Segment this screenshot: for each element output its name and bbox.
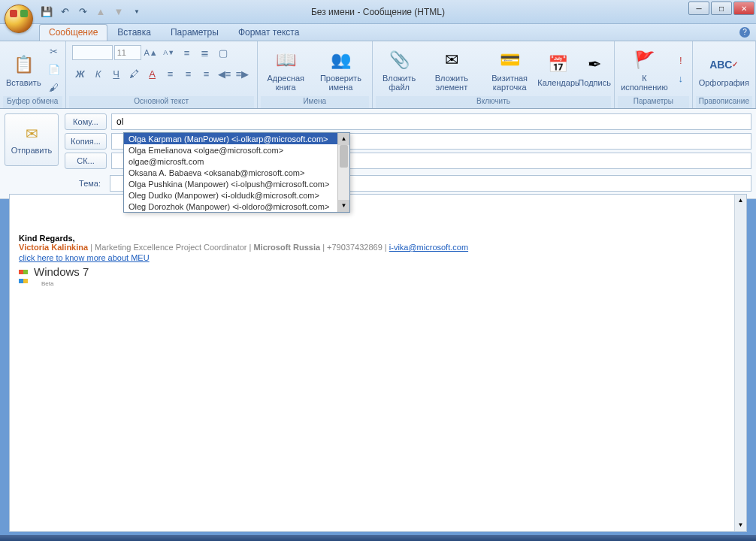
tab-insert[interactable]: Вставка [107, 24, 161, 41]
shrink-font-icon[interactable]: A▼ [161, 44, 177, 61]
compose-header: ✉ Отправить Кому... Копия... СК... Тема: [0, 109, 756, 199]
paste-button[interactable]: 📋 Вставить [3, 51, 44, 89]
to-input[interactable] [111, 113, 751, 130]
clear-format-icon[interactable]: ▢ [215, 44, 231, 61]
business-card-button[interactable]: 💳 Визитная карточка [480, 47, 538, 93]
maximize-button[interactable]: □ [711, 2, 732, 15]
scroll-thumb[interactable] [340, 145, 348, 168]
group-label: Буфер обмена [3, 96, 62, 108]
autocomplete-item[interactable]: olgae@microsft.com [124, 156, 337, 167]
title-bar: 💾 ↶ ↷ ▲ ▼ ▼ Без имени - Сообщение (HTML)… [0, 0, 756, 24]
calendar-icon: 📅 [546, 53, 570, 77]
bullets-icon[interactable]: ≡ [179, 44, 195, 61]
group-label: Включить [376, 96, 611, 108]
quick-access-toolbar: 💾 ↶ ↷ ▲ ▼ ▼ [39, 5, 144, 20]
send-button[interactable]: ✉ Отправить [5, 113, 59, 166]
scroll-up-icon[interactable]: ▲ [338, 133, 349, 145]
taskbar [0, 535, 756, 541]
grow-font-icon[interactable]: A▲ [143, 44, 159, 61]
spelling-button[interactable]: ABC✓ Орфография [696, 51, 752, 89]
subject-label: Тема: [5, 179, 105, 188]
group-label: Имена [261, 96, 369, 108]
tab-message[interactable]: Сообщение [39, 24, 107, 41]
cc-button[interactable]: Копия... [65, 133, 107, 150]
italic-icon[interactable]: К [90, 65, 107, 82]
business-card-icon: 💳 [497, 48, 522, 72]
scroll-down-icon[interactable]: ▼ [338, 200, 349, 212]
sig-name: Victoria Kalinkina [19, 243, 88, 252]
autocomplete-scrollbar[interactable]: ▲ ▼ [337, 133, 349, 212]
importance-low-icon[interactable]: ↓ [673, 71, 689, 87]
bold-icon[interactable]: Ж [72, 65, 89, 82]
autocomplete-item[interactable]: Olga Karpman (ManPower) <i-olkarp@micros… [124, 133, 337, 144]
send-label: Отправить [11, 146, 53, 155]
attach-item-label: Вложить элемент [427, 74, 476, 92]
attach-file-button[interactable]: 📎 Вложить файл [376, 47, 422, 93]
help-icon[interactable]: ? [739, 27, 750, 38]
importance-high-icon[interactable]: ! [673, 53, 689, 69]
win7-text: Windows 7 [34, 265, 89, 278]
autocomplete-item[interactable]: Olga Emelianova <olgae@microsoft.com> [124, 144, 337, 156]
indent-increase-icon[interactable]: ≡▶ [234, 65, 251, 82]
underline-icon[interactable]: Ч [108, 65, 125, 82]
format-painter-icon[interactable]: 🖌 [46, 80, 62, 96]
minimize-button[interactable]: ─ [688, 2, 709, 15]
tab-format[interactable]: Формат текста [228, 24, 309, 41]
autocomplete-item[interactable]: Oleg Dudko (Manpower) <i-oldudk@microsof… [124, 189, 337, 201]
qat-dropdown-icon[interactable]: ▼ [129, 5, 144, 20]
address-book-label: Адресная книга [264, 74, 308, 92]
save-icon[interactable]: 💾 [39, 5, 54, 20]
align-right-icon[interactable]: ≡ [198, 65, 215, 82]
font-size-input[interactable] [114, 45, 141, 60]
highlight-icon[interactable]: 🖍 [126, 65, 143, 82]
redo-icon[interactable]: ↷ [75, 5, 90, 20]
office-button[interactable] [5, 5, 33, 33]
window-controls: ─ □ ✕ [687, 2, 754, 15]
prev-icon[interactable]: ▲ [93, 5, 108, 20]
calendar-button[interactable]: 📅 Календарь [540, 51, 576, 89]
group-names: 📖 Адресная книга 👥 Проверить имена Имена [258, 41, 373, 108]
group-proofing: ABC✓ Орфография Правописание [693, 41, 756, 108]
font-name-input[interactable] [72, 45, 113, 60]
body-content[interactable]: Kind Regards, Victoria Kalinkina | Marke… [10, 195, 746, 296]
message-body[interactable]: ▲ ▼ Kind Regards, Victoria Kalinkina | M… [9, 194, 747, 532]
autocomplete-item[interactable]: Oleg Dorozhok (Manpower) <i-oldoro@micro… [124, 201, 337, 212]
align-center-icon[interactable]: ≡ [180, 65, 197, 82]
sig-company: Microsoft Russia [253, 243, 320, 252]
autocomplete-item[interactable]: Olga Pushkina (Manpower) <i-olpush@micro… [124, 178, 337, 189]
follow-up-button[interactable]: 🚩 К исполнению [618, 47, 671, 93]
ribbon: 📋 Вставить ✂ 📄 🖌 Буфер обмена A▲ A▼ ≡ ≣ … [0, 41, 756, 109]
sig-email[interactable]: i-vika@microsoft.com [389, 243, 468, 252]
cut-icon[interactable]: ✂ [46, 44, 62, 60]
check-names-button[interactable]: 👥 Проверить имена [313, 47, 369, 93]
close-button[interactable]: ✕ [733, 2, 754, 15]
numbering-icon[interactable]: ≣ [197, 44, 213, 61]
indent-decrease-icon[interactable]: ◀≡ [216, 65, 233, 82]
bcc-button[interactable]: СК... [65, 153, 107, 169]
font-color-icon[interactable]: A [144, 65, 161, 82]
to-button[interactable]: Кому... [65, 113, 107, 130]
next-icon[interactable]: ▼ [111, 5, 126, 20]
group-label: Правописание [696, 96, 752, 108]
check-names-label: Проверить имена [316, 74, 366, 92]
paste-icon: 📋 [11, 53, 35, 77]
body-scrollbar[interactable]: ▲ ▼ [734, 195, 746, 531]
scroll-down-icon[interactable]: ▼ [735, 519, 746, 531]
attach-file-label: Вложить файл [379, 74, 419, 92]
windows-flag-icon [19, 267, 31, 277]
signature-button[interactable]: ✒ Подпись [578, 51, 611, 89]
win7-beta: Beta [41, 280, 53, 287]
attach-item-button[interactable]: ✉ Вложить элемент [424, 47, 479, 93]
align-left-icon[interactable]: ≡ [162, 65, 179, 82]
sig-phone: +79037432869 [327, 243, 383, 252]
group-clipboard: 📋 Вставить ✂ 📄 🖌 Буфер обмена [0, 41, 66, 108]
autocomplete-item[interactable]: Oksana A. Babaeva <oksanab@microsoft.com… [124, 167, 337, 178]
group-label: Параметры [618, 96, 689, 108]
undo-icon[interactable]: ↶ [57, 5, 72, 20]
windows7-logo: Windows 7 [19, 265, 737, 278]
tab-options[interactable]: Параметры [161, 24, 228, 41]
sig-meu-link[interactable]: click here to know more about MEU [19, 253, 737, 262]
scroll-up-icon[interactable]: ▲ [735, 195, 746, 207]
copy-icon[interactable]: 📄 [46, 62, 62, 78]
address-book-button[interactable]: 📖 Адресная книга [261, 47, 311, 93]
